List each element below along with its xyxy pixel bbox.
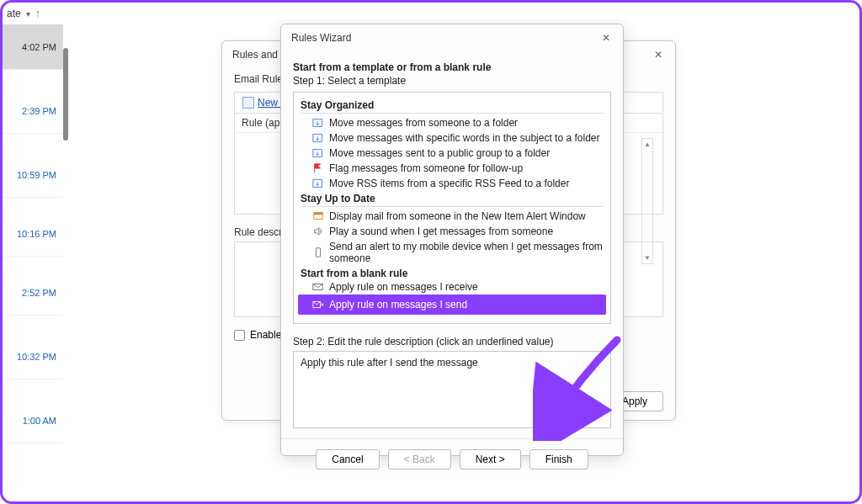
email-time: 10:59 PM xyxy=(17,170,56,180)
template-flag-followup[interactable]: Flag messages from someone for follow-up xyxy=(301,161,604,176)
alert-window-icon xyxy=(312,210,324,222)
sort-label: ate xyxy=(7,8,21,19)
template-apply-send[interactable]: Apply rule on messages I send xyxy=(301,297,604,312)
email-time: 4:02 PM xyxy=(22,42,56,52)
template-label: Display mail from someone in the New Ite… xyxy=(329,210,586,222)
selection-highlight: Apply rule on messages I send xyxy=(298,294,606,315)
envelope-icon xyxy=(312,281,324,293)
email-item[interactable]: 2:52 PM xyxy=(0,270,63,316)
template-apply-receive[interactable]: Apply rule on messages I receive xyxy=(301,279,604,294)
svg-rect-6 xyxy=(316,248,320,257)
template-move-words-subject[interactable]: Move messages with specific words in the… xyxy=(301,130,604,146)
step1-label: Step 1: Select a template xyxy=(293,75,611,87)
template-mobile-alert[interactable]: Send an alert to my mobile device when I… xyxy=(301,239,604,266)
close-icon[interactable]: ✕ xyxy=(599,31,613,45)
email-item[interactable]: 10:59 PM xyxy=(0,152,63,198)
step2-label: Step 2: Edit the rule description (click… xyxy=(293,336,611,347)
email-time: 1:00 AM xyxy=(23,416,56,426)
email-time: 10:16 PM xyxy=(17,229,56,239)
new-rule-icon xyxy=(242,97,254,109)
template-label: Move RSS items from a specific RSS Feed … xyxy=(329,178,569,189)
email-time: 10:32 PM xyxy=(17,352,56,362)
template-move-rss[interactable]: Move RSS items from a specific RSS Feed … xyxy=(301,176,604,191)
dialog-title: Rules Wizard xyxy=(291,32,351,44)
template-label: Move messages sent to a public group to … xyxy=(329,147,550,159)
finish-button[interactable]: Finish xyxy=(529,449,588,470)
close-icon[interactable]: ✕ xyxy=(652,48,665,61)
scrollbar[interactable] xyxy=(641,138,653,264)
template-alert-window[interactable]: Display mail from someone in the New Ite… xyxy=(301,209,604,224)
email-item[interactable]: 10:16 PM xyxy=(0,211,63,257)
template-label: Move messages with specific words in the… xyxy=(329,132,599,144)
rule-description-box[interactable]: Apply this rule after I send the message xyxy=(293,351,611,428)
group-blank-rule: Start from a blank rule xyxy=(301,268,604,279)
template-label: Send an alert to my mobile device when I… xyxy=(329,241,604,264)
wizard-footer: Cancel < Back Next > Finish xyxy=(281,438,623,481)
svg-rect-5 xyxy=(314,213,323,215)
email-time: 2:39 PM xyxy=(22,106,56,116)
email-item[interactable]: 4:02 PM xyxy=(0,24,63,70)
sound-icon xyxy=(312,225,324,237)
cancel-button[interactable]: Cancel xyxy=(316,449,379,470)
template-label: Flag messages from someone for follow-up xyxy=(329,162,523,174)
email-item[interactable]: 10:32 PM xyxy=(0,334,63,379)
back-button: < Back xyxy=(388,449,451,470)
envelope-send-icon xyxy=(312,299,324,310)
group-stay-organized: Stay Organized xyxy=(301,99,604,114)
template-label: Move messages from someone to a folder xyxy=(329,117,518,129)
folder-move-icon xyxy=(312,147,324,159)
chevron-down-icon: ▾ xyxy=(26,9,30,19)
template-move-public-group[interactable]: Move messages sent to a public group to … xyxy=(301,146,604,161)
email-time: 2:52 PM xyxy=(22,288,56,298)
wizard-heading: Start from a template or from a blank ru… xyxy=(293,61,611,73)
mobile-icon xyxy=(312,247,324,258)
scrollbar-thumb[interactable] xyxy=(63,48,68,141)
email-list-column: ate ▾ ↑ 4:02 PM 2:39 PM 10:59 PM 10:16 P… xyxy=(0,3,63,501)
template-label: Apply rule on messages I receive xyxy=(329,281,478,293)
next-button[interactable]: Next > xyxy=(460,449,521,470)
column-header[interactable]: ate ▾ ↑ xyxy=(0,3,63,24)
template-play-sound[interactable]: Play a sound when I get messages from so… xyxy=(301,224,604,239)
email-item[interactable]: 2:39 PM xyxy=(0,88,63,134)
group-stay-up-to-date: Stay Up to Date xyxy=(301,193,604,207)
rules-wizard-dialog: Rules Wizard ✕ Start from a template or … xyxy=(280,24,624,456)
folder-move-icon xyxy=(312,132,324,144)
checkbox[interactable] xyxy=(234,330,245,341)
folder-move-icon xyxy=(312,178,324,189)
sort-ascending-icon[interactable]: ↑ xyxy=(35,8,40,19)
template-label: Apply rule on messages I send xyxy=(329,299,467,310)
template-list: Stay Organized Move messages from someon… xyxy=(293,92,611,324)
rule-description-text: Apply this rule after I send the message xyxy=(301,357,478,369)
email-item[interactable]: 1:00 AM xyxy=(0,398,63,443)
flag-icon xyxy=(312,162,324,174)
template-label: Play a sound when I get messages from so… xyxy=(329,225,553,237)
folder-move-icon xyxy=(312,117,324,129)
dialog-titlebar[interactable]: Rules Wizard ✕ xyxy=(281,24,623,51)
template-move-from-someone[interactable]: Move messages from someone to a folder xyxy=(301,115,604,130)
